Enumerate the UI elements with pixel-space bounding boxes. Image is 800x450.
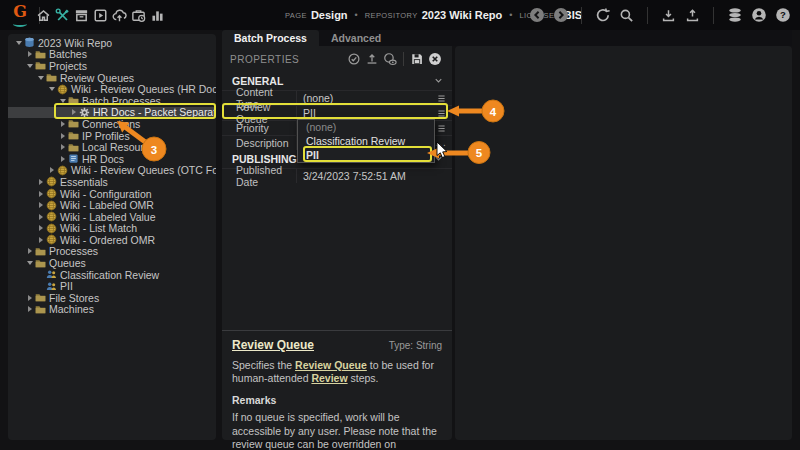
tree-item-label: Batches bbox=[49, 48, 87, 60]
tree-item-label: Wiki - List Match bbox=[60, 222, 137, 234]
tree-item[interactable]: Batches bbox=[8, 49, 216, 61]
tree-item[interactable]: Local Resources bbox=[8, 141, 216, 153]
help-link[interactable]: Review Queue bbox=[295, 359, 367, 371]
tree-item-label: Processes bbox=[49, 245, 98, 257]
expand-arrow-icon[interactable] bbox=[36, 179, 45, 185]
tree-item[interactable]: Essentials bbox=[8, 176, 216, 188]
main-nav-icon-group bbox=[34, 0, 167, 30]
tree-item-label: HR Docs bbox=[82, 153, 124, 165]
page-value[interactable]: Design bbox=[311, 9, 348, 21]
expand-arrow-icon[interactable] bbox=[36, 225, 45, 231]
imports-icon[interactable] bbox=[110, 0, 129, 30]
property-help-panel: Review Queue Type: String Specifies the … bbox=[222, 330, 452, 440]
divider bbox=[581, 7, 582, 24]
save-icon[interactable] bbox=[408, 46, 426, 72]
back-icon[interactable] bbox=[527, 0, 546, 30]
tab-batch-process[interactable]: Batch Process bbox=[222, 30, 319, 46]
queue-icon bbox=[45, 281, 58, 292]
expand-arrow-icon[interactable] bbox=[58, 121, 67, 127]
expand-arrow-icon[interactable] bbox=[58, 156, 67, 162]
repository-value[interactable]: 2023 Wiki Repo bbox=[422, 9, 503, 21]
expand-arrow-icon[interactable] bbox=[58, 144, 67, 150]
expand-arrow-icon[interactable] bbox=[36, 214, 45, 220]
help-header: Review Queue Type: String bbox=[232, 338, 442, 352]
tree-item[interactable]: Wiki - Labeled OMR bbox=[8, 199, 216, 211]
upload-icon[interactable] bbox=[683, 0, 702, 30]
tree-item[interactable]: Processes bbox=[8, 246, 216, 258]
preview-icon[interactable] bbox=[381, 46, 399, 72]
tree-item[interactable]: Wiki - Review Queues (OTC Forms) bbox=[8, 165, 216, 177]
expand-arrow-icon[interactable] bbox=[25, 51, 34, 57]
tasks-icon[interactable] bbox=[91, 0, 110, 30]
tree-item[interactable]: IP Profiles bbox=[8, 130, 216, 142]
tree-item[interactable]: Projects bbox=[8, 60, 216, 72]
tree-item-label: Essentials bbox=[60, 176, 108, 188]
expand-arrow-icon[interactable] bbox=[25, 261, 34, 265]
expand-arrow-icon[interactable] bbox=[36, 76, 45, 80]
logo-letter: G bbox=[10, 3, 30, 21]
tree-item-label: Wiki - Ordered OMR bbox=[60, 234, 155, 246]
tree-item[interactable]: Connections bbox=[8, 118, 216, 130]
logo-swoosh bbox=[13, 21, 27, 27]
tree-item[interactable]: Queues bbox=[8, 257, 216, 269]
project-icon bbox=[56, 84, 69, 95]
reports-icon[interactable] bbox=[148, 0, 167, 30]
tree-item[interactable]: HR Docs bbox=[8, 153, 216, 165]
chevron-down-icon[interactable] bbox=[433, 75, 444, 88]
database-icon bbox=[23, 37, 36, 48]
expand-arrow-icon[interactable] bbox=[25, 64, 34, 68]
tree-item[interactable]: Review Queues bbox=[8, 72, 216, 84]
search-icon[interactable] bbox=[617, 0, 636, 30]
expand-arrow-icon[interactable] bbox=[14, 41, 23, 45]
help-icon[interactable]: ? bbox=[773, 0, 792, 30]
folder-icon bbox=[45, 72, 58, 83]
tree-item-label: Wiki - Review Queues (OTC Forms) bbox=[71, 164, 216, 176]
validate-icon[interactable] bbox=[345, 46, 363, 72]
tree-item[interactable]: 2023 Wiki Repo bbox=[8, 37, 216, 49]
expand-arrow-icon[interactable] bbox=[36, 237, 45, 243]
database-icon[interactable] bbox=[725, 0, 744, 30]
expand-arrow-icon[interactable] bbox=[58, 133, 67, 139]
forward-icon[interactable] bbox=[551, 0, 570, 30]
tree-item[interactable]: Classification Review bbox=[8, 269, 216, 281]
divider bbox=[647, 7, 648, 24]
expand-arrow-icon[interactable] bbox=[36, 191, 45, 197]
divider bbox=[403, 52, 404, 66]
publish-icon[interactable] bbox=[363, 46, 381, 72]
expand-arrow-icon[interactable] bbox=[47, 167, 56, 173]
refresh-icon[interactable] bbox=[593, 0, 612, 30]
project-icon bbox=[45, 223, 58, 234]
property-value-field[interactable]: 3/24/2023 7:52:51 AM bbox=[296, 169, 452, 183]
home-icon[interactable] bbox=[34, 0, 53, 30]
download-icon[interactable] bbox=[659, 0, 678, 30]
expand-arrow-icon[interactable] bbox=[25, 248, 34, 254]
tree-item-label: Queues bbox=[49, 257, 86, 269]
account-icon[interactable] bbox=[749, 0, 768, 30]
tree-item[interactable]: Wiki - Labeled Value bbox=[8, 211, 216, 223]
cancel-icon[interactable] bbox=[426, 46, 444, 72]
grooper-logo[interactable]: G bbox=[10, 3, 30, 27]
dropdown-option[interactable]: (none) bbox=[298, 120, 434, 134]
tree-item[interactable]: Machines bbox=[8, 304, 216, 316]
help-link[interactable]: Review bbox=[311, 372, 347, 384]
tree-item[interactable]: Wiki - Configuration bbox=[8, 188, 216, 200]
batches-icon[interactable] bbox=[72, 0, 91, 30]
tree-item[interactable]: Wiki - Review Queues (HR Docs) bbox=[8, 83, 216, 95]
tree-item-label: Local Resources bbox=[82, 141, 160, 153]
design-tools-icon[interactable] bbox=[53, 0, 72, 30]
expand-arrow-icon[interactable] bbox=[25, 295, 34, 301]
help-remarks-text: If no queue is specified, work will be a… bbox=[232, 411, 442, 450]
properties-toolbar: PROPERTIES bbox=[222, 46, 452, 72]
property-label: Priority bbox=[236, 122, 296, 134]
tree-item[interactable]: Wiki - Ordered OMR bbox=[8, 234, 216, 246]
jobs-icon[interactable] bbox=[129, 0, 148, 30]
tab-advanced[interactable]: Advanced bbox=[319, 30, 393, 46]
expand-arrow-icon[interactable] bbox=[25, 306, 34, 312]
queue-icon bbox=[45, 269, 58, 280]
tree-item[interactable]: PII bbox=[8, 280, 216, 292]
tree-item[interactable]: Wiki - List Match bbox=[8, 223, 216, 235]
tree-item-label: Wiki - Labeled Value bbox=[60, 211, 156, 223]
expand-arrow-icon[interactable] bbox=[47, 87, 56, 91]
tree-item[interactable]: File Stores bbox=[8, 292, 216, 304]
expand-arrow-icon[interactable] bbox=[36, 202, 45, 208]
